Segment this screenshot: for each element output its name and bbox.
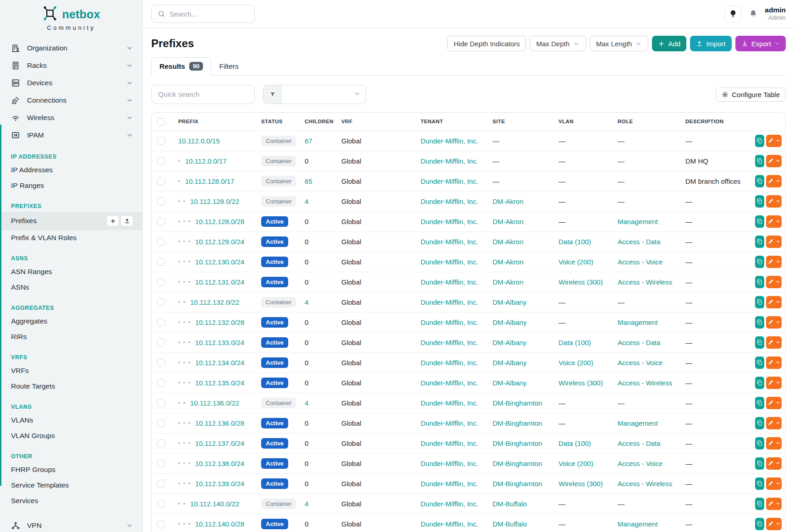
row-checkbox[interactable] — [157, 521, 165, 528]
prefix-link[interactable]: 10.112.128.0/17 — [185, 177, 234, 185]
role-value[interactable]: Management — [618, 218, 658, 225]
copy-button[interactable] — [755, 336, 764, 349]
tenant-link[interactable]: Dunder-Mifflin, Inc. — [421, 339, 478, 346]
edit-button[interactable] — [766, 417, 782, 429]
prefix-link[interactable]: 10.112.134.0/24 — [195, 359, 244, 367]
role-value[interactable]: Access - Voice — [618, 460, 663, 467]
row-checkbox[interactable] — [157, 339, 165, 346]
tenant-link[interactable]: Dunder-Mifflin, Inc. — [421, 157, 478, 165]
tenant-link[interactable]: Dunder-Mifflin, Inc. — [421, 500, 478, 508]
row-checkbox[interactable] — [157, 480, 165, 488]
vlan-value[interactable]: Wireless (300) — [559, 278, 603, 286]
site-value[interactable]: DM-Akron — [493, 218, 524, 225]
global-search[interactable] — [151, 5, 255, 23]
edit-button[interactable] — [766, 316, 782, 329]
column-header-children[interactable]: CHILDREN — [299, 113, 336, 131]
tenant-link[interactable]: Dunder-Mifflin, Inc. — [421, 258, 478, 266]
edit-button[interactable] — [766, 155, 782, 167]
sidebar-item-racks[interactable]: Racks — [0, 57, 142, 74]
site-value[interactable]: DM-Binghamton — [493, 419, 542, 427]
vlan-value[interactable]: Wireless (300) — [559, 379, 603, 387]
role-value[interactable]: Access - Wireless — [618, 480, 672, 488]
sidebar-item-fhrp-groups[interactable]: FHRP Groups — [0, 462, 142, 477]
quick-search[interactable] — [151, 85, 255, 104]
copy-button[interactable] — [755, 377, 764, 389]
prefix-link[interactable]: 10.112.132.0/28 — [195, 318, 244, 326]
vlan-value[interactable]: Voice (200) — [559, 258, 593, 266]
hide-depth-indicators-button[interactable]: Hide Depth Indicators — [447, 36, 526, 51]
copy-button[interactable] — [755, 155, 764, 167]
tenant-link[interactable]: Dunder-Mifflin, Inc. — [421, 460, 478, 467]
notifications-button[interactable] — [749, 9, 758, 18]
prefix-link[interactable]: 10.112.136.0/22 — [190, 399, 239, 407]
copy-button[interactable] — [755, 175, 764, 187]
saved-filter-select[interactable] — [263, 85, 366, 104]
site-value[interactable]: DM-Akron — [493, 278, 524, 286]
quick-add-button[interactable] — [106, 215, 119, 226]
site-value[interactable]: DM-Akron — [493, 197, 524, 205]
edit-button[interactable] — [766, 276, 782, 288]
site-value[interactable]: DM-Binghamton — [493, 439, 542, 447]
configure-table-button[interactable]: Configure Table — [716, 88, 786, 102]
role-value[interactable]: Access - Data — [618, 439, 660, 447]
vlan-value[interactable]: Voice (200) — [559, 460, 593, 467]
column-header-status[interactable]: STATUS — [256, 113, 299, 131]
tenant-link[interactable]: Dunder-Mifflin, Inc. — [421, 298, 478, 306]
site-value[interactable]: DM-Albany — [493, 318, 526, 326]
site-value[interactable]: DM-Binghamton — [493, 480, 542, 488]
prefix-link[interactable]: 10.112.128.0/28 — [195, 218, 244, 225]
tenant-link[interactable]: Dunder-Mifflin, Inc. — [421, 318, 478, 326]
sidebar-item-devices[interactable]: Devices — [0, 74, 142, 92]
column-header-vrf[interactable]: VRF — [336, 113, 415, 131]
site-value[interactable]: DM-Albany — [493, 339, 526, 346]
copy-button[interactable] — [755, 276, 764, 288]
theme-toggle-button[interactable] — [724, 5, 742, 22]
sidebar-item-aggregates[interactable]: Aggregates — [0, 313, 142, 329]
edit-button[interactable] — [766, 296, 782, 308]
edit-button[interactable] — [766, 498, 782, 510]
role-value[interactable]: Access - Wireless — [618, 278, 672, 286]
children-count[interactable]: 65 — [305, 177, 312, 185]
quick-search-input[interactable] — [158, 90, 248, 99]
column-header-tenant[interactable]: TENANT — [415, 113, 487, 131]
copy-button[interactable] — [755, 316, 764, 329]
copy-button[interactable] — [755, 457, 764, 470]
edit-button[interactable] — [766, 135, 782, 147]
max-depth-dropdown[interactable]: Max Depth — [530, 36, 586, 51]
sidebar-item-asns[interactable]: ASNs — [0, 280, 142, 295]
edit-button[interactable] — [766, 256, 782, 268]
row-checkbox[interactable] — [157, 439, 165, 447]
prefix-link[interactable]: 10.112.138.0/24 — [195, 460, 244, 467]
row-checkbox[interactable] — [157, 359, 165, 367]
children-count[interactable]: 4 — [305, 500, 308, 508]
row-checkbox[interactable] — [157, 298, 165, 306]
user-menu[interactable]: admin Admin — [765, 6, 786, 22]
sidebar-item-prefixes[interactable]: Prefixes — [0, 212, 142, 230]
vlan-value[interactable]: Wireless (300) — [559, 480, 603, 488]
tenant-link[interactable]: Dunder-Mifflin, Inc. — [421, 218, 478, 225]
copy-button[interactable] — [755, 397, 764, 409]
children-count[interactable]: 4 — [305, 399, 308, 407]
tenant-link[interactable]: Dunder-Mifflin, Inc. — [421, 399, 478, 407]
edit-button[interactable] — [766, 356, 782, 369]
copy-button[interactable] — [755, 356, 764, 369]
sidebar-item-rirs[interactable]: RIRs — [0, 329, 142, 345]
row-checkbox[interactable] — [157, 399, 165, 407]
edit-button[interactable] — [766, 195, 782, 208]
edit-button[interactable] — [766, 518, 782, 530]
tenant-link[interactable]: Dunder-Mifflin, Inc. — [421, 379, 478, 387]
row-checkbox[interactable] — [157, 137, 165, 145]
column-header-prefix[interactable]: PREFIX — [173, 113, 256, 131]
tenant-link[interactable]: Dunder-Mifflin, Inc. — [421, 419, 478, 427]
tenant-link[interactable]: Dunder-Mifflin, Inc. — [421, 520, 478, 528]
edit-button[interactable] — [766, 336, 782, 349]
site-value[interactable]: DM-Albany — [493, 298, 526, 306]
role-value[interactable]: Management — [618, 419, 658, 427]
sidebar-item-ipam[interactable]: IPAM — [0, 126, 142, 144]
site-value[interactable]: DM-Buffalo — [493, 520, 527, 528]
role-value[interactable]: Access - Voice — [618, 258, 663, 266]
row-checkbox[interactable] — [157, 258, 165, 266]
row-checkbox[interactable] — [157, 500, 165, 508]
site-value[interactable]: DM-Albany — [493, 359, 526, 367]
netbox-logo[interactable]: netbox — [0, 5, 142, 23]
